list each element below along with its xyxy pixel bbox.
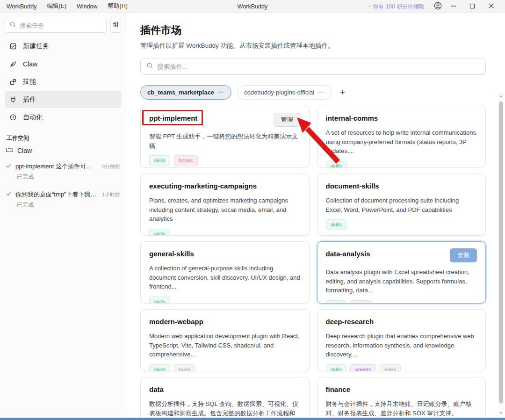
plugin-card-internal-comms[interactable]: internal-comms A set of resources to hel… — [317, 106, 486, 168]
plugin-name: executing-marketing-campaigns — [149, 181, 257, 191]
menu-item-3[interactable]: 帮助(H) — [108, 2, 128, 10]
plugin-card-document-skills[interactable]: document-skills Collection of document p… — [317, 174, 486, 236]
more-icon[interactable]: ⋯ — [318, 89, 325, 96]
plugin-card-data[interactable]: data 数据分析插件，支持 SQL 查询、数据探索、可视化、仪表板构建和洞察生… — [140, 377, 310, 420]
plugin-tag: skills — [326, 219, 347, 230]
sidebar-item-skills[interactable]: 技能 — [5, 73, 121, 90]
task-item[interactable]: ppt-implement 这个插件可用么？ 9分钟前 已完成 — [0, 162, 126, 181]
scrollbar-thumb[interactable] — [499, 101, 503, 403]
manage-button[interactable]: 管理 — [274, 113, 301, 127]
plugin-tags: skillsrules — [149, 364, 301, 372]
workspace-folder[interactable]: Claw — [6, 146, 120, 155]
task-search-box — [5, 18, 107, 33]
sidebar: 新建任务 Claw 技能 插件 自动化 工作空间 Claw ppt-implem… — [0, 13, 126, 420]
plugin-search-input[interactable] — [157, 63, 480, 70]
plugin-tags: skills — [149, 229, 301, 236]
plugin-tag: agents — [350, 364, 376, 372]
workbuddy-window: WorkBuddy编辑(E)Window帮助(H) WorkBuddy ▪ 你有… — [0, 0, 505, 420]
plugin-description: 智能 PPT 生成助手，一键将您的想法转化为精美演示文稿 — [149, 132, 301, 150]
task-item[interactable]: 你到我的桌面“tmp”下看下我最近... 1小时前 已完成 — [0, 190, 126, 209]
check-icon — [6, 190, 12, 199]
task-title: 你到我的桌面“tmp”下看下我最近... — [15, 190, 98, 199]
source-tab-label: codebuddy-plugins-official — [244, 89, 314, 96]
plugin-card-finance[interactable]: finance 财务与会计插件，支持月末结账、日记账分录、账户核对、财务报表生成… — [317, 377, 486, 420]
task-time: 1小时前 — [102, 191, 120, 198]
menu-item-1[interactable]: 编辑(E) — [47, 2, 66, 10]
plugin-tag: hooks — [174, 155, 198, 166]
sliders-icon — [112, 21, 119, 29]
plugin-name: modern-webapp — [149, 317, 203, 326]
plugin-tag: rules — [174, 364, 195, 372]
plugin-name: document-skills — [326, 181, 379, 191]
plugin-card-data-analysis[interactable]: data-analysis 安装 Data analysis plugin wi… — [317, 241, 486, 304]
menu-item-2[interactable]: Window — [77, 3, 97, 10]
plugin-name: finance — [326, 385, 351, 394]
plugin-tag: skills — [326, 300, 347, 304]
source-tab-label: cb_teams_marketplace — [147, 89, 214, 96]
clock-icon — [9, 114, 17, 121]
plugin-description: Deep research plugin that enables compre… — [326, 332, 477, 359]
sidebar-nav: 新建任务 Claw 技能 插件 自动化 — [0, 37, 126, 126]
plugin-name: ppt-implement — [149, 114, 197, 123]
task-time: 9分钟前 — [102, 163, 120, 170]
plugin-description: A set of resources to help write interna… — [326, 128, 477, 156]
sidebar-item-label: 自动化 — [23, 113, 43, 122]
plugin-description: A collection of general-purpose skills i… — [149, 264, 301, 291]
plugin-tag: skills — [149, 297, 170, 304]
menu-item-app[interactable]: WorkBuddy — [7, 3, 36, 10]
sidebar-item-feather[interactable]: Claw — [5, 55, 121, 72]
window-bottom-highlight — [0, 418, 505, 420]
more-icon[interactable]: ⋯ — [218, 89, 224, 96]
scroll-down-button[interactable]: ▼ — [498, 409, 504, 416]
account-button[interactable] — [431, 0, 444, 13]
sidebar-item-new-task[interactable]: 新建任务 — [5, 37, 121, 55]
titlebar-right: ▪ 你有 100 积分待领取 — [369, 0, 500, 13]
task-status: 已完成 — [17, 173, 120, 181]
plugin-description: Plans, creates, and optimizes marketing … — [149, 196, 301, 224]
source-tab-codebuddy-plugins-official[interactable]: codebuddy-plugins-official ⋯ — [237, 85, 332, 100]
plugin-card-general-skills[interactable]: general-skills A collection of general-p… — [140, 241, 310, 304]
plugin-tags: skillshooks — [149, 155, 301, 166]
new-task-icon — [9, 43, 17, 50]
plugin-card-grid: ppt-implement 管理 智能 PPT 生成助手，一键将您的想法转化为精… — [140, 106, 486, 420]
plugin-card-modern-webapp[interactable]: modern-webapp Modern web application dev… — [140, 309, 310, 371]
maximize-button[interactable] — [463, 0, 482, 13]
task-search-input[interactable] — [20, 22, 102, 29]
minimize-button[interactable] — [444, 0, 463, 13]
sidebar-item-clock[interactable]: 自动化 — [5, 109, 121, 126]
task-list: ppt-implement 这个插件可用么？ 9分钟前 已完成 你到我的桌面“t… — [0, 162, 126, 209]
add-source-button[interactable]: + — [337, 88, 348, 97]
plugin-card-executing-marketing-campaigns[interactable]: executing-marketing-campaigns Plans, cre… — [140, 174, 310, 236]
sidebar-item-label: Claw — [23, 60, 37, 68]
feather-icon — [9, 60, 17, 68]
sidebar-item-label: 技能 — [23, 78, 36, 86]
workspace-folder-label: Claw — [17, 147, 32, 154]
plugin-tag: skills — [326, 364, 347, 372]
filter-button[interactable] — [110, 18, 121, 33]
plugin-card-deep-research[interactable]: deep-research Deep research plugin that … — [317, 309, 486, 371]
plugin-tag: skills — [326, 161, 347, 168]
task-title: ppt-implement 这个插件可用么？ — [15, 162, 98, 171]
scroll-up-button[interactable]: ▲ — [498, 92, 504, 99]
plugin-card-ppt-implement[interactable]: ppt-implement 管理 智能 PPT 生成助手，一键将您的想法转化为精… — [140, 106, 310, 168]
plugin-tag: rules — [350, 300, 371, 304]
page-title: 插件市场 — [140, 23, 486, 37]
plugin-tags: skills — [149, 297, 301, 304]
points-notice[interactable]: ▪ 你有 100 积分待领取 — [369, 3, 425, 11]
skills-icon — [9, 78, 17, 86]
plugin-name: deep-research — [326, 317, 374, 326]
close-icon — [488, 2, 494, 11]
plugin-description: Collection of document processing suite … — [326, 196, 477, 214]
plugin-description: Modern web application development plugi… — [149, 332, 301, 359]
plugin-tag: skills — [149, 155, 170, 166]
user-avatar-icon — [433, 1, 442, 12]
source-tab-cb_teams_marketplace[interactable]: cb_teams_marketplace ⋯ — [140, 85, 231, 100]
close-button[interactable] — [482, 0, 500, 13]
check-icon — [6, 162, 12, 171]
install-button[interactable]: 安装 — [450, 248, 477, 262]
plugin-tag: rules — [380, 364, 401, 372]
plugin-description: 财务与会计插件，支持月末结账、日记账分录、账户核对、财务报表生成、差异分析和 S… — [326, 399, 477, 418]
sidebar-item-plugin[interactable]: 插件 — [5, 91, 121, 108]
plugin-description: Data analysis plugin with Excel spreadsh… — [326, 268, 477, 295]
folder-icon — [6, 146, 13, 155]
